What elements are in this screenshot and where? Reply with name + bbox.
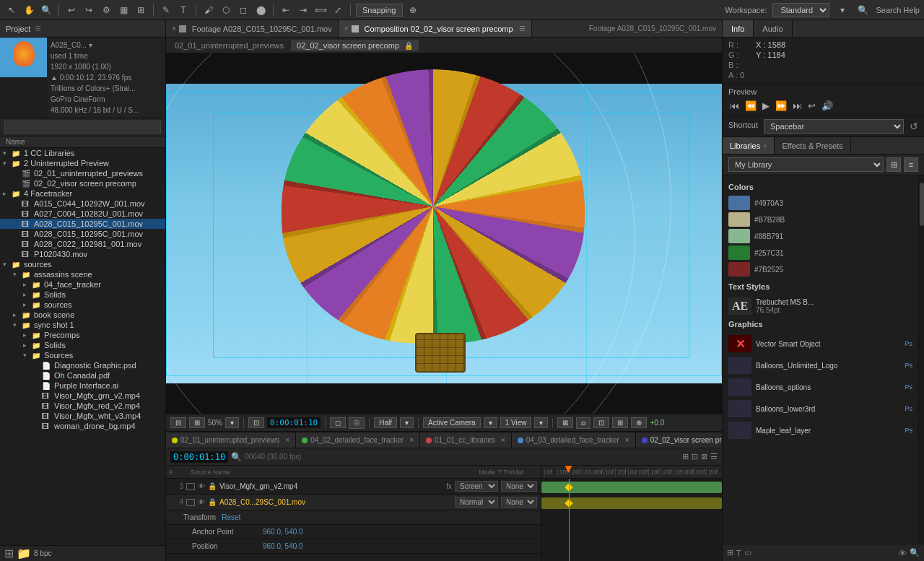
tree-item-assassins[interactable]: ▾📁assassins scene [0, 269, 165, 279]
track-3-none[interactable]: None [501, 481, 537, 492]
tree-item-cc-libraries[interactable]: ▾📁1 CC Libraries [0, 148, 165, 158]
color-swatch-0[interactable]: #4970A3 [728, 196, 912, 210]
zoom-dropdown[interactable]: ▾ [225, 417, 239, 428]
tree-item-facetracker[interactable]: ▸📁4 Facetracker [0, 188, 165, 199]
brush-tool[interactable]: 🖌 [201, 3, 216, 17]
track-4-vis[interactable] [186, 499, 195, 506]
track-3-fx[interactable]: fx [446, 482, 452, 490]
view-mode-dropdown[interactable]: ▾ [400, 417, 414, 428]
pen-tool[interactable]: ✎ [159, 3, 173, 17]
workspace-select[interactable]: Standard [772, 3, 829, 17]
color-swatch-1[interactable]: #B7B28B [728, 212, 912, 227]
tl-close-3[interactable]: × [625, 436, 629, 444]
tl-close-1[interactable]: × [409, 436, 414, 444]
camera-btn[interactable]: Active Camera [423, 417, 481, 428]
extra-btn-4[interactable]: ⊞ [612, 417, 628, 428]
tl-tab-1[interactable]: 04_02_detailed_face_tracker × [296, 432, 420, 448]
info-tab[interactable]: Info [723, 20, 754, 37]
resolution-btn[interactable]: ⊡ [248, 417, 264, 428]
comp-tab-footage[interactable]: × Footage A028_C015_10295C_001.mov [166, 20, 339, 37]
viewport-grid-btn[interactable]: ⊞ [189, 417, 205, 428]
comp-tab-menu[interactable]: ☰ [519, 25, 526, 32]
tl-tab-4[interactable]: 02_02_visor screen precomp × ☰ [636, 432, 722, 448]
track-4-eye[interactable]: 👁 [198, 498, 205, 506]
lib-add-btn[interactable]: ⊞ [727, 548, 733, 557]
prev-prev-btn[interactable]: ⏪ [744, 99, 758, 113]
tree-item-woman-drone[interactable]: 🎞woman_drone_bg.mp4 [0, 421, 165, 431]
search-input[interactable] [4, 121, 161, 134]
prev-loop-btn[interactable]: ↩ [806, 99, 817, 113]
redo-btn[interactable]: ↪ [82, 3, 96, 17]
footage-tab-close[interactable]: × [172, 25, 176, 32]
distribute-tool[interactable]: ⤢ [331, 3, 345, 17]
tree-item-a027[interactable]: 🎞A027_C004_10282U_001.mov [0, 209, 165, 219]
tree-item-04-face-tracker[interactable]: ▸📁04_face_tracker [0, 279, 165, 290]
libraries-tab-close[interactable]: × [763, 142, 767, 149]
tree-item-diagnostic[interactable]: 📄Diagnostic Graphic.psd [0, 360, 165, 370]
tree-item-sources[interactable]: ▾📁sources [0, 259, 165, 269]
zoom-tool[interactable]: 🔍 [39, 3, 53, 17]
tl-tool-2[interactable]: ⊡ [692, 452, 698, 461]
viewport-snap-btn[interactable]: ⊟ [170, 417, 186, 428]
tl-close-0[interactable]: × [285, 436, 289, 444]
tree-item-sources3[interactable]: ▾📁Sources [0, 350, 165, 360]
type-tool[interactable]: T [176, 3, 191, 17]
tl-tool-3[interactable]: ⊠ [701, 452, 707, 461]
playhead[interactable] [569, 479, 570, 561]
track-4-none[interactable]: None [501, 497, 537, 508]
hand-tool[interactable]: ✋ [22, 3, 36, 17]
workspace-dropdown[interactable]: ▾ [835, 3, 850, 17]
graphic-item-4[interactable]: Maple_leaf_layerPs [728, 419, 912, 441]
transform-reset[interactable]: Reset [222, 513, 240, 521]
view-grid-btn[interactable]: ⊞ [886, 157, 901, 172]
extra-btn-1[interactable]: ⊠ [557, 417, 573, 428]
align-tool[interactable]: ⟺ [313, 3, 328, 17]
tree-item-p1020430[interactable]: 🎞P1020430.mov [0, 249, 165, 259]
tl-close-2[interactable]: × [501, 436, 505, 444]
views-btn[interactable]: 1 View [500, 417, 532, 428]
lib-search-btn[interactable]: 🔍 [910, 548, 920, 557]
stamp-tool[interactable]: ⬡ [219, 3, 233, 17]
audio-tab[interactable]: Audio [754, 20, 792, 37]
mask-tool[interactable]: ⬤ [253, 3, 268, 17]
tree-item-purple[interactable]: 📄Purple Interface.ai [0, 380, 165, 391]
tree-item-precomps[interactable]: ▸📁Precomps [0, 330, 165, 340]
tree-item-solids[interactable]: ▸📁Solids [0, 290, 165, 300]
settings-btn[interactable]: ⚙ [99, 3, 113, 17]
comp-tab-close-btn[interactable]: × [344, 25, 349, 32]
tree-item-solids2[interactable]: ▸📁Solids [0, 340, 165, 350]
graphic-item-1[interactable]: Balloons_Unlimited_LogoPs [728, 355, 912, 376]
views-dropdown[interactable]: ▾ [534, 417, 548, 428]
camera-dropdown[interactable]: ▾ [484, 417, 497, 428]
track-4-mode[interactable]: Normal [455, 497, 498, 508]
color-swatch-4[interactable]: #7B2525 [728, 262, 912, 277]
lib-rect-btn[interactable]: ▭ [744, 548, 751, 557]
shortcut-reset[interactable]: ↺ [910, 121, 918, 132]
project-menu-icon[interactable]: ☰ [35, 25, 41, 32]
tree-item-01-uninterrupted[interactable]: 🎬02_01_uninterrupted_previews [0, 168, 165, 178]
tree-item-a015[interactable]: 🎞A015_C044_10292W_001.mov [0, 199, 165, 209]
tree-item-visor-wht[interactable]: 🎞Visor_Mgfx_wht_v3.mp4 [0, 411, 165, 421]
shortcut-select[interactable]: Spacebar [764, 119, 904, 134]
track-3-lock[interactable]: 🔒 [208, 482, 217, 490]
graphic-item-2[interactable]: Balloons_optionsPs [728, 376, 912, 398]
graphic-item-0[interactable]: ✕Vector Smart ObjectPs [728, 333, 912, 355]
tree-item-visor-grn[interactable]: 🎞Visor_Mgfx_grn_v2.mp4 [0, 391, 165, 401]
prev-audio-btn[interactable]: 🔊 [820, 99, 834, 113]
track-3-vis[interactable] [186, 483, 195, 490]
tree-item-a028-c022[interactable]: 🎞A028_C022_102981_001.mov [0, 239, 165, 249]
comp-tab-active[interactable]: × Composition 02_02_visor screen precomp… [339, 20, 532, 37]
selection-tool[interactable]: ↖ [4, 3, 19, 17]
tl-tool-4[interactable]: ☰ [710, 452, 718, 461]
add-item-btn[interactable]: ⊞ [4, 547, 14, 560]
viewer-tab-01[interactable]: 02_01_uninterrupted_previews [169, 40, 289, 51]
track-4-lock[interactable]: 🔒 [208, 498, 217, 506]
lib-type-btn[interactable]: T [736, 549, 741, 557]
tl-tab-2[interactable]: 01_01_cc_libraries × [420, 432, 512, 448]
toggle-btn-2[interactable]: ⦾ [349, 417, 365, 429]
track-3-mode[interactable]: Screen [455, 481, 498, 492]
text-style-item[interactable]: AE Trebuchet MS B... 76.54pt [728, 295, 912, 317]
libraries-tab[interactable]: Libraries × [723, 137, 775, 154]
snapping-extra[interactable]: ⊕ [406, 3, 420, 17]
tree-item-uninterrupted-preview[interactable]: ▾📁2 Uninterrupted Preview [0, 158, 165, 168]
